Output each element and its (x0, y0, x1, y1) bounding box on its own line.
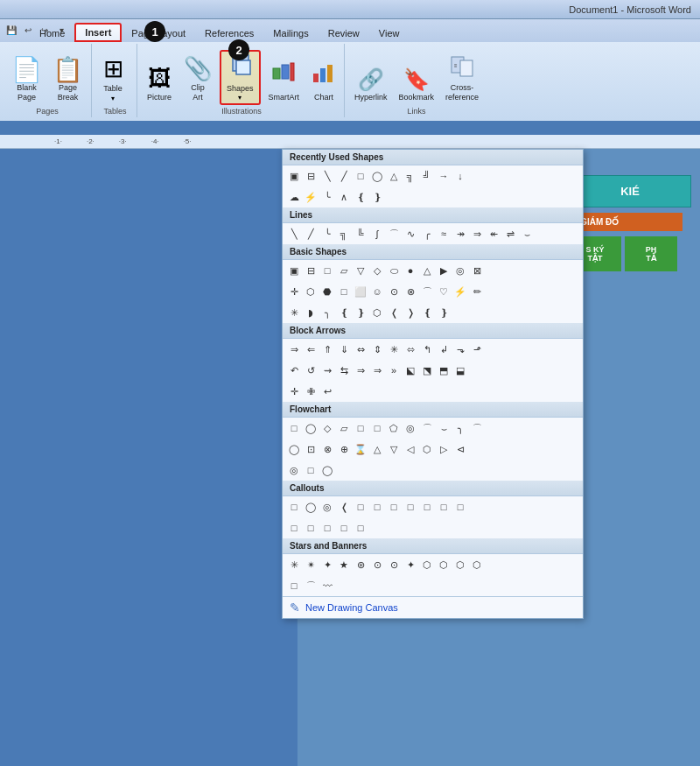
block-b2[interactable]: ↺ (303, 362, 318, 378)
basic-rect2[interactable]: ⊟ (303, 263, 318, 278)
callout-d5[interactable]: □ (353, 520, 368, 536)
star-s1[interactable]: ✳ (286, 557, 302, 573)
shape-wave[interactable]: ∧ (336, 189, 352, 205)
flow-f4[interactable]: ▱ (336, 420, 352, 436)
shape-arrow-r[interactable]: → (436, 168, 452, 184)
basic-tab[interactable]: ⬡ (369, 305, 385, 320)
flow-g6[interactable]: △ (369, 441, 385, 457)
flow-f9[interactable]: ⌒ (419, 420, 435, 436)
basic-ang1[interactable]: ❬ (386, 305, 402, 320)
shape-cloud[interactable]: ☁ (286, 189, 302, 205)
line-corner1[interactable]: ╰ (319, 226, 335, 242)
new-drawing-canvas-button[interactable]: ✎ New Drawing Canvas (283, 596, 583, 618)
flow-g3[interactable]: ⊗ (319, 441, 335, 457)
callout-d2[interactable]: □ (303, 520, 318, 536)
block-c1[interactable]: ✛ (286, 383, 302, 399)
basic-tri[interactable]: △ (419, 263, 435, 278)
line-diag2[interactable]: ╱ (303, 226, 318, 242)
star-s6[interactable]: ⊙ (369, 557, 385, 573)
block-turn2[interactable]: ↲ (436, 341, 452, 357)
undo-button[interactable]: ↩ (20, 22, 36, 38)
block-ud[interactable]: ⇕ (369, 341, 385, 357)
shape-arrow-d[interactable]: ↓ (452, 168, 468, 184)
blank-page-button[interactable]: 📄 BlankPage (7, 55, 46, 105)
block-b5[interactable]: ⇒ (353, 362, 368, 378)
line-corner3[interactable]: ╚ (353, 226, 368, 242)
callout-c5[interactable]: □ (353, 499, 368, 515)
flow-f1[interactable]: □ (286, 420, 302, 436)
basic-lightning[interactable]: ⚡ (452, 284, 468, 299)
basic-arc[interactable]: ╮ (319, 305, 335, 320)
basic-circle[interactable]: ● (402, 263, 418, 278)
chart-button[interactable]: Chart (307, 59, 340, 105)
shape-line2[interactable]: ╱ (336, 168, 352, 184)
line-diag1[interactable]: ╲ (286, 226, 302, 242)
block-r[interactable]: ⇒ (286, 341, 302, 357)
shape-rect2[interactable]: ⊟ (303, 168, 318, 184)
line-wave[interactable]: ∿ (402, 226, 418, 242)
block-c3[interactable]: ↩ (319, 383, 335, 399)
basic-sun[interactable]: ✳ (286, 305, 302, 320)
block-b10[interactable]: ⬒ (436, 362, 452, 378)
block-b3[interactable]: ⇝ (319, 362, 335, 378)
callout-c9[interactable]: □ (419, 499, 435, 515)
block-diag1[interactable]: ⬄ (402, 341, 418, 357)
flow-f3[interactable]: ◇ (319, 420, 335, 436)
shape-brace2[interactable]: ❵ (369, 189, 385, 205)
basic-curved[interactable]: ⌒ (419, 284, 435, 299)
flow-g10[interactable]: ▷ (436, 441, 452, 457)
banner-b2[interactable]: ⌒ (303, 578, 318, 594)
page-break-button[interactable]: 📋 PageBreak (48, 55, 88, 105)
block-turn1[interactable]: ↰ (419, 341, 435, 357)
shape-curve1[interactable]: ╰ (319, 189, 335, 205)
dropdown-button[interactable]: ▾ (53, 22, 69, 38)
flow-g7[interactable]: ▽ (386, 441, 402, 457)
line-double[interactable]: ⇌ (502, 226, 518, 242)
flow-g1[interactable]: ◯ (286, 441, 302, 457)
basic-rect1[interactable]: ▣ (286, 263, 302, 278)
block-4way[interactable]: ✳ (386, 341, 402, 357)
flow-g4[interactable]: ⊕ (336, 441, 352, 457)
basic-trap[interactable]: ▽ (353, 263, 368, 278)
flow-g2[interactable]: ⊡ (303, 441, 318, 457)
hyperlink-button[interactable]: 🔗 Hyperlink (350, 65, 392, 105)
flow-h3[interactable]: ◯ (319, 462, 335, 478)
tab-mailings[interactable]: Mailings (263, 23, 318, 42)
star-s2[interactable]: ✴ (303, 557, 318, 573)
block-b11[interactable]: ⬓ (452, 362, 468, 378)
star-s8[interactable]: ✦ (402, 557, 418, 573)
shape-rect[interactable]: □ (353, 168, 368, 184)
basic-heart[interactable]: ♡ (436, 284, 452, 299)
banner-b1[interactable]: □ (286, 578, 302, 594)
shape-lightning[interactable]: ⚡ (303, 189, 318, 205)
basic-rect5[interactable]: ⬜ (353, 284, 368, 299)
picture-button[interactable]: 🖼 Picture (143, 62, 176, 105)
shape-oval[interactable]: ◯ (369, 168, 385, 184)
block-c2[interactable]: ✙ (303, 383, 318, 399)
callout-c8[interactable]: □ (402, 499, 418, 515)
flow-h2[interactable]: □ (303, 462, 318, 478)
block-notch2[interactable]: ⬏ (469, 341, 485, 357)
shape-brace1[interactable]: ❴ (353, 189, 368, 205)
basic-target[interactable]: ⊙ (386, 284, 402, 299)
block-b6[interactable]: ⇒ (369, 362, 385, 378)
basic-pencil[interactable]: ✏ (469, 284, 485, 299)
block-b7[interactable]: » (386, 362, 402, 378)
callout-c2[interactable]: ◯ (303, 499, 318, 515)
basic-donut[interactable]: ◎ (452, 263, 468, 278)
basic-b1[interactable]: ❴ (419, 305, 435, 320)
block-u[interactable]: ⇑ (319, 341, 335, 357)
flow-f8[interactable]: ◎ (402, 420, 418, 436)
flow-g11[interactable]: ⊲ (452, 441, 468, 457)
callout-c1[interactable]: □ (286, 499, 302, 515)
basic-brace2[interactable]: ❵ (353, 305, 368, 320)
star-s7[interactable]: ⊙ (386, 557, 402, 573)
flow-f5[interactable]: □ (353, 420, 368, 436)
star-s12[interactable]: ⬡ (469, 557, 485, 573)
star-s11[interactable]: ⬡ (452, 557, 468, 573)
bookmark-button[interactable]: 🔖 Bookmark (395, 65, 439, 105)
tab-insert[interactable]: Insert (74, 23, 122, 42)
tab-references[interactable]: References (195, 23, 263, 42)
flow-g9[interactable]: ⬡ (419, 441, 435, 457)
tab-view[interactable]: View (369, 23, 410, 42)
